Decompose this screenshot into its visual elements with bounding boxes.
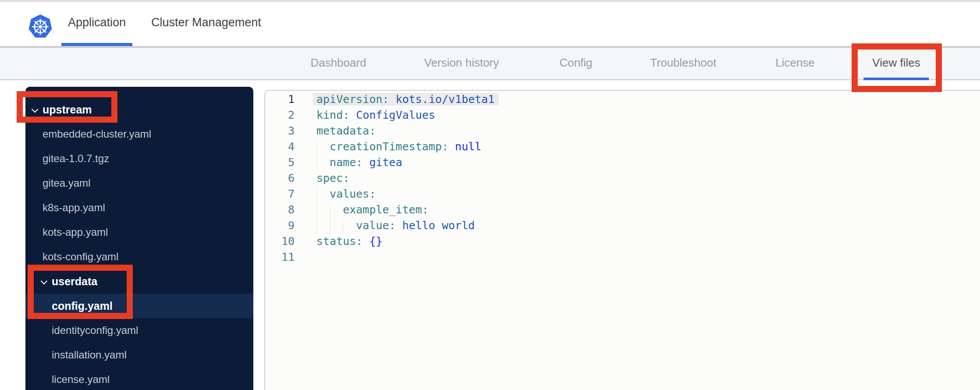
yaml-colon: : — [389, 219, 396, 232]
yaml-key: creationTimestamp — [330, 140, 442, 153]
yaml-colon: : — [369, 188, 376, 200]
tree-file-gitea-1.0.7.tgz[interactable]: gitea-1.0.7.tgz — [25, 146, 253, 171]
yaml-value: ConfigValues — [356, 109, 435, 121]
indent-guide — [316, 202, 330, 218]
yaml-value: null — [455, 140, 481, 153]
yaml-value: gitea — [369, 156, 402, 169]
line-number: 4 — [265, 139, 295, 155]
tree-file-installation.yaml[interactable]: installation.yaml — [25, 343, 253, 367]
yaml-colon: : — [343, 172, 349, 184]
tree-item-label: embedded-cluster.yaml — [43, 128, 151, 140]
yaml-colon: : — [383, 93, 389, 106]
subnav-item-version-history[interactable]: Version history — [415, 48, 508, 80]
app-subnav: DashboardVersion historyConfigTroublesho… — [0, 47, 980, 80]
header-tab-cluster-management[interactable]: Cluster Management — [145, 2, 268, 46]
yaml-colon: : — [369, 124, 376, 137]
line-number: 1 — [265, 92, 295, 107]
subnav-item-license[interactable]: License — [767, 48, 824, 80]
subnav-item-config[interactable]: Config — [550, 48, 601, 80]
code-line-7: values: — [316, 186, 980, 202]
code-line-1: apiVersion: kots.io/v1beta1 — [316, 92, 980, 107]
tree-file-config.yaml[interactable]: config.yaml — [25, 294, 253, 318]
tree-file-kots-config.yaml[interactable]: kots-config.yaml — [25, 245, 253, 269]
indent-guide — [316, 186, 330, 202]
indent-guide — [316, 218, 330, 234]
tree-folder-userdata[interactable]: userdata — [25, 269, 253, 294]
line-number: 7 — [265, 186, 295, 202]
tree-item-label: userdata — [52, 275, 97, 288]
code-line-10: status: {} — [316, 234, 980, 249]
yaml-colon: : — [343, 109, 349, 121]
code-line-8: example_item: — [316, 202, 980, 218]
subnav-item-troubleshoot[interactable]: Troubleshoot — [642, 48, 725, 80]
code-area: 1234567891011 apiVersion: kots.io/v1beta… — [265, 91, 980, 265]
yaml-key: apiVersion — [316, 93, 383, 106]
yaml-key: values — [330, 188, 369, 200]
yaml-key: metadata — [316, 124, 369, 137]
yaml-value: {} — [369, 235, 382, 248]
code-line-3: metadata: — [316, 123, 980, 139]
indent-guide — [316, 155, 330, 170]
yaml-value: kots.io/v1beta1 — [396, 93, 495, 106]
indent-guide — [343, 218, 356, 234]
code-line-2: kind: ConfigValues — [316, 107, 980, 123]
tree-file-embedded-cluster.yaml[interactable]: embedded-cluster.yaml — [25, 122, 253, 146]
tree-file-kots-app.yaml[interactable]: kots-app.yaml — [25, 220, 253, 245]
chevron-down-icon — [32, 106, 39, 113]
tree-item-label: gitea.yaml — [43, 177, 90, 189]
line-number: 3 — [265, 123, 295, 139]
app-header: ApplicationCluster Management — [0, 2, 980, 47]
line-number: 8 — [265, 202, 295, 218]
yaml-colon: : — [356, 156, 362, 169]
line-number: 11 — [265, 249, 295, 265]
tree-file-license.yaml[interactable]: license.yaml — [25, 367, 253, 390]
code-line-11 — [316, 249, 980, 265]
header-tab-bar: ApplicationCluster Management — [61, 2, 280, 46]
yaml-colon: : — [442, 140, 448, 153]
yaml-colon: : — [356, 235, 362, 248]
line-number: 2 — [265, 107, 295, 123]
kubernetes-logo-icon — [28, 13, 53, 39]
yaml-key: status — [316, 235, 356, 248]
tree-file-identityconfig.yaml[interactable]: identityconfig.yaml — [25, 318, 253, 343]
code-line-9: value: hello world — [316, 218, 980, 234]
subnav-item-dashboard[interactable]: Dashboard — [302, 48, 375, 80]
yaml-key: spec — [316, 172, 343, 184]
yaml-key: name — [330, 156, 356, 169]
tree-item-label: k8s-app.yaml — [43, 202, 105, 214]
yaml-code: apiVersion: kots.io/v1beta1kind: ConfigV… — [295, 92, 980, 265]
tree-file-gitea.yaml[interactable]: gitea.yaml — [25, 171, 253, 195]
yaml-key: example_item — [343, 203, 422, 216]
yaml-key: value — [356, 219, 389, 232]
kubernetes-logo-svg — [28, 13, 53, 39]
indent-guide — [330, 218, 343, 234]
code-line-6: spec: — [316, 170, 980, 186]
file-content-editor[interactable]: 1234567891011 apiVersion: kots.io/v1beta… — [264, 90, 980, 390]
tree-item-label: kots-app.yaml — [43, 226, 108, 238]
tree-item-label: kots-config.yaml — [43, 251, 118, 263]
header-tab-application[interactable]: Application — [61, 2, 132, 46]
yaml-value: hello world — [402, 219, 475, 232]
line-number: 10 — [265, 234, 295, 249]
line-number: 6 — [265, 170, 295, 186]
yaml-key: kind — [316, 109, 343, 121]
indent-guide — [316, 139, 330, 155]
tree-item-label: gitea-1.0.7.tgz — [43, 152, 109, 165]
tree-file-k8s-app.yaml[interactable]: k8s-app.yaml — [25, 195, 253, 220]
file-tree-sidebar: upstreamembedded-cluster.yamlgitea-1.0.7… — [25, 87, 253, 390]
indent-guide — [330, 202, 343, 218]
line-number: 9 — [265, 218, 295, 234]
yaml-colon: : — [422, 203, 429, 216]
tree-item-label: upstream — [43, 103, 92, 116]
code-line-5: name: gitea — [316, 155, 980, 170]
chevron-down-icon — [41, 278, 48, 285]
line-number-gutter: 1234567891011 — [265, 92, 295, 265]
line-number: 5 — [265, 155, 295, 170]
subnav-item-view-files[interactable]: View files — [863, 48, 929, 80]
tree-item-label: installation.yaml — [52, 349, 127, 361]
tree-item-label: identityconfig.yaml — [52, 324, 138, 337]
tree-item-label: license.yaml — [52, 373, 110, 386]
code-line-4: creationTimestamp: null — [316, 139, 980, 155]
tree-folder-upstream[interactable]: upstream — [25, 97, 253, 122]
tree-item-label: config.yaml — [52, 300, 113, 312]
